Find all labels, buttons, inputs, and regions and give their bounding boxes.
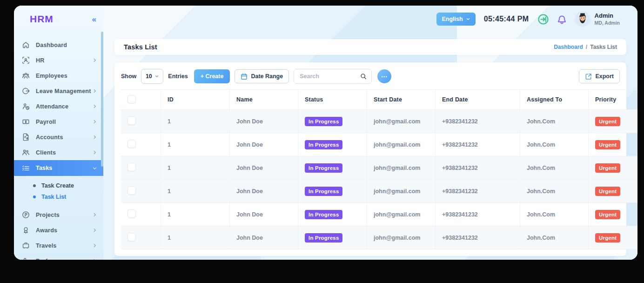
cell-start-date: john@gmail.com bbox=[367, 156, 436, 180]
app-window: HRM « DashboardHREmployeesLeave Manageme… bbox=[14, 6, 637, 260]
select-all-checkbox[interactable] bbox=[127, 95, 136, 103]
status-badge: In Progress bbox=[305, 163, 342, 173]
cell-status: In Progress bbox=[298, 203, 367, 226]
page-size-value: 10 bbox=[146, 73, 152, 80]
bullet-icon bbox=[33, 184, 36, 187]
table-row: 1John DoeIn Progressjohn@gmail.com+93823… bbox=[121, 133, 637, 156]
sidebar-item-leave-management[interactable]: Leave Management bbox=[14, 83, 103, 99]
tasks-list-card: Show 10 Entries + Create Date Range bbox=[114, 62, 626, 256]
attendance-icon bbox=[22, 102, 30, 110]
cell-name: John Doe bbox=[230, 203, 298, 226]
table-row: 1John DoeIn Progressjohn@gmail.com+93823… bbox=[121, 226, 637, 249]
sidebar-logo-bar: HRM « bbox=[14, 6, 103, 33]
sidebar-item-attendance[interactable]: Attendance bbox=[14, 99, 103, 114]
row-checkbox[interactable] bbox=[127, 163, 136, 171]
sidebar-item-accounts[interactable]: Accounts bbox=[14, 129, 103, 145]
cell-assigned-to: John.Com bbox=[520, 110, 589, 133]
sidebar-item-label: Tasks bbox=[36, 165, 92, 171]
sidebar-item-label: HR bbox=[36, 57, 92, 64]
sidebar-item-projects[interactable]: Projects bbox=[14, 207, 103, 222]
row-checkbox[interactable] bbox=[127, 140, 136, 148]
priority-badge: Urgent bbox=[595, 140, 620, 149]
table-body: 1John DoeIn Progressjohn@gmail.com+93823… bbox=[121, 110, 637, 249]
cell-name: John Doe bbox=[230, 226, 298, 249]
sidebar-item-clients[interactable]: Clients bbox=[14, 145, 103, 160]
table-row: 1John DoeIn Progressjohn@gmail.com+93823… bbox=[121, 156, 637, 180]
bell-icon[interactable] bbox=[556, 13, 568, 25]
cell-id: 1 bbox=[161, 133, 230, 156]
sidebar-item-label: Clients bbox=[36, 149, 92, 156]
sidebar-item-awards[interactable]: Awards bbox=[14, 222, 103, 238]
row-checkbox[interactable] bbox=[127, 186, 136, 195]
cell-checkbox bbox=[121, 156, 161, 180]
awards-icon bbox=[22, 226, 30, 234]
entries-label: Entries bbox=[168, 73, 188, 80]
user-profile[interactable]: Admin MD, Admin bbox=[575, 11, 620, 27]
sidebar-item-dashboard[interactable]: Dashboard bbox=[14, 37, 103, 53]
sidebar-item-employees[interactable]: Employees bbox=[14, 68, 103, 83]
cell-end-date: +9382341232 bbox=[436, 133, 520, 156]
row-checkbox[interactable] bbox=[127, 233, 136, 241]
language-selector[interactable]: English bbox=[436, 13, 475, 26]
row-checkbox[interactable] bbox=[127, 209, 136, 218]
search-icon[interactable] bbox=[360, 73, 367, 80]
export-button[interactable]: Export bbox=[579, 69, 620, 83]
priority-badge: Urgent bbox=[595, 210, 620, 219]
column-header-name: Name bbox=[230, 90, 298, 110]
table-toolbar: Show 10 Entries + Create Date Range bbox=[121, 69, 620, 84]
status-badge: In Progress bbox=[305, 140, 342, 149]
sidebar-subitem-task-list[interactable]: Task List bbox=[14, 191, 103, 202]
cell-name: John Doe bbox=[230, 180, 298, 203]
export-label: Export bbox=[595, 73, 614, 80]
projects-icon bbox=[22, 211, 30, 219]
status-badge: In Progress bbox=[305, 187, 342, 196]
cell-id: 1 bbox=[161, 203, 230, 226]
sidebar-submenu: Task CreateTask List bbox=[14, 176, 103, 207]
column-header-id: ID bbox=[161, 90, 230, 110]
breadcrumb-dashboard-link[interactable]: Dashboard bbox=[554, 44, 583, 50]
sidebar-item-label: Accounts bbox=[36, 134, 92, 141]
login-icon[interactable] bbox=[537, 13, 549, 25]
tasks-icon bbox=[22, 164, 30, 172]
sidebar-item-tasks[interactable]: Tasks bbox=[14, 160, 103, 176]
cell-checkbox bbox=[121, 180, 161, 203]
sidebar-item-travels[interactable]: Travels bbox=[14, 238, 103, 253]
sidebar-item-hr[interactable]: HR bbox=[14, 53, 103, 68]
sidebar-item-performance[interactable]: Performance bbox=[14, 253, 103, 260]
chevron-right-icon bbox=[92, 58, 97, 63]
date-range-button[interactable]: Date Range bbox=[235, 69, 289, 83]
cell-end-date: +9382341232 bbox=[436, 110, 520, 133]
payroll-icon bbox=[22, 118, 30, 126]
cell-end-date: +9382341232 bbox=[436, 203, 520, 226]
cell-priority: Urgent bbox=[589, 180, 638, 203]
breadcrumb-current: Tasks List bbox=[590, 44, 617, 50]
clients-icon bbox=[22, 148, 30, 156]
cell-end-date: +9382341232 bbox=[436, 180, 520, 203]
sidebar-item-label: Leave Management bbox=[36, 88, 92, 94]
app-logo: HRM bbox=[30, 13, 54, 25]
chevron-right-icon bbox=[92, 150, 97, 155]
create-button[interactable]: + Create bbox=[194, 69, 230, 83]
row-checkbox[interactable] bbox=[127, 116, 136, 125]
chevron-right-icon bbox=[92, 119, 97, 124]
sidebar-item-payroll[interactable]: Payroll bbox=[14, 114, 103, 129]
column-header-start-date: Start Date bbox=[367, 90, 436, 110]
sidebar-collapse-icon[interactable]: « bbox=[92, 15, 96, 23]
cell-start-date: john@gmail.com bbox=[367, 180, 436, 203]
page-size-select[interactable]: 10 bbox=[141, 69, 163, 84]
search-input[interactable] bbox=[299, 73, 356, 80]
sidebar: HRM « DashboardHREmployeesLeave Manageme… bbox=[14, 6, 103, 260]
cell-name: John Doe bbox=[230, 110, 298, 133]
sidebar-scrollbar[interactable] bbox=[101, 32, 103, 167]
sidebar-subitem-label: Task Create bbox=[41, 182, 74, 189]
cell-assigned-to: John.Com bbox=[520, 180, 589, 203]
more-actions-button[interactable]: ⋯ bbox=[377, 69, 391, 83]
cell-id: 1 bbox=[161, 226, 230, 249]
checkbox-column-header bbox=[121, 90, 161, 110]
priority-badge: Urgent bbox=[595, 163, 620, 173]
cell-priority: Urgent bbox=[589, 226, 638, 249]
cell-start-date: john@gmail.com bbox=[367, 110, 436, 133]
main-area: English 05:45:44 PM Admin MD, Admin bbox=[103, 6, 637, 260]
export-icon bbox=[585, 73, 592, 80]
sidebar-subitem-task-create[interactable]: Task Create bbox=[14, 180, 103, 191]
